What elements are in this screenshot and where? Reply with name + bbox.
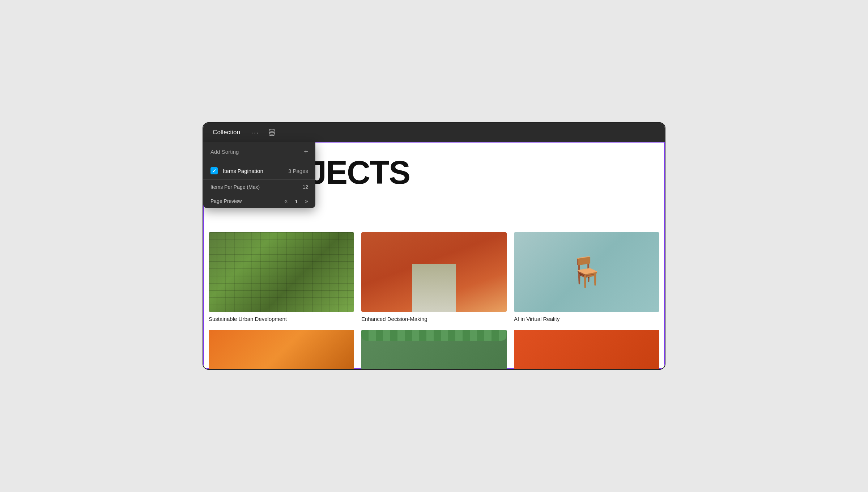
items-per-page-row: Items Per Page (Max) 12 bbox=[203, 180, 315, 194]
page-preview-row: Page Preview « 1 » bbox=[203, 194, 315, 208]
page-nav: « 1 » bbox=[284, 198, 308, 204]
pagination-label: Items Pagination bbox=[223, 168, 283, 174]
bottom-item-1 bbox=[209, 330, 354, 369]
grid-layout: Sustainable Urban Development Enhanced D… bbox=[209, 232, 659, 323]
items-grid: Sustainable Urban Development Enhanced D… bbox=[209, 196, 659, 369]
bottom-row bbox=[209, 330, 659, 369]
current-page: 1 bbox=[293, 198, 300, 204]
pagination-value: 3 Pages bbox=[288, 168, 308, 174]
item-1-image bbox=[209, 232, 354, 312]
item-2-image bbox=[361, 232, 507, 312]
items-per-page-label: Items Per Page (Max) bbox=[210, 184, 260, 190]
grid-item-1: Sustainable Urban Development bbox=[209, 232, 354, 323]
bottom-item-3 bbox=[514, 330, 659, 369]
database-icon-button[interactable] bbox=[265, 127, 279, 138]
browser-window: Collection ··· Add Sorting + Items Pagin… bbox=[203, 122, 665, 370]
dropdown-header: Add Sorting + bbox=[203, 142, 315, 162]
bottom-item-2 bbox=[361, 330, 507, 369]
collection-toolbar-label: Collection bbox=[208, 127, 245, 138]
grid-item-2: Enhanced Decision-Making bbox=[361, 232, 507, 323]
more-button[interactable]: ··· bbox=[248, 127, 262, 138]
add-sorting-label: Add Sorting bbox=[210, 149, 239, 155]
item-1-title: Sustainable Urban Development bbox=[209, 315, 354, 323]
database-icon bbox=[268, 128, 276, 136]
toolbar: Collection ··· bbox=[203, 123, 665, 142]
item-3-image bbox=[514, 232, 659, 312]
items-per-page-value: 12 bbox=[302, 184, 308, 190]
page-last-button[interactable]: » bbox=[305, 198, 308, 204]
grid-item-3: AI in Virtual Reality bbox=[514, 232, 659, 323]
item-2-title: Enhanced Decision-Making bbox=[361, 315, 507, 323]
page-preview-label: Page Preview bbox=[210, 198, 242, 204]
dropdown-panel: Add Sorting + Items Pagination 3 Pages I… bbox=[203, 142, 315, 208]
item-3-title: AI in Virtual Reality bbox=[514, 315, 659, 323]
add-sorting-button[interactable]: + bbox=[304, 148, 308, 156]
pagination-checkbox[interactable] bbox=[210, 167, 218, 174]
svg-point-0 bbox=[269, 129, 275, 131]
pagination-item[interactable]: Items Pagination 3 Pages bbox=[203, 162, 315, 180]
page-first-button[interactable]: « bbox=[284, 198, 288, 204]
